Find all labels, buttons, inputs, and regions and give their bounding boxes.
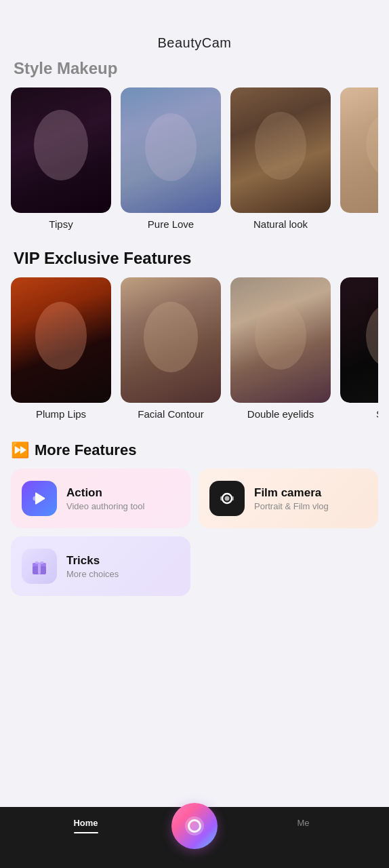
svg-point-4 xyxy=(35,302,87,370)
style-card-pu-img xyxy=(340,87,378,213)
nav-me-label: Me xyxy=(297,818,309,828)
more-features-label: More Features xyxy=(35,441,136,459)
svg-point-1 xyxy=(145,113,197,181)
svg-point-6 xyxy=(255,302,306,370)
camera-ring xyxy=(188,819,201,833)
feature-card-tricks[interactable]: Tricks More choices xyxy=(11,536,190,596)
nav-home-label: Home xyxy=(73,818,98,828)
vip-card-plump-lips[interactable]: Plump Lips xyxy=(11,277,111,420)
style-card-natural-look-label: Natural look xyxy=(253,218,308,230)
vip-scroll[interactable]: Plump Lips Facial Contour Double xyxy=(11,277,378,425)
app-title: BeautyCam xyxy=(158,35,232,50)
fast-forward-icon: ⏩ xyxy=(11,441,29,459)
style-card-natural-look[interactable]: Natural look xyxy=(230,87,331,230)
vip-card-facial-contour-img xyxy=(121,277,221,403)
svg-rect-15 xyxy=(38,563,41,574)
style-card-pu[interactable]: Pu xyxy=(340,87,378,230)
more-features-section: ⏩ More Features Action Video authoring t… xyxy=(0,433,389,604)
bottom-nav: Home Me xyxy=(0,807,389,868)
film-camera-subtitle: Portrait & Film vlog xyxy=(254,501,329,511)
film-camera-text: Film camera Portrait & Film vlog xyxy=(254,486,329,511)
vip-card-skin-t-img xyxy=(340,277,378,403)
svg-point-0 xyxy=(34,110,88,180)
action-icon xyxy=(22,481,57,516)
svg-point-10 xyxy=(225,496,230,501)
camera-inner xyxy=(185,816,204,835)
svg-point-2 xyxy=(255,112,306,180)
style-makeup-scroll[interactable]: Tipsy Pure Love Natural look xyxy=(11,87,378,235)
svg-point-3 xyxy=(366,112,378,177)
vip-card-double-eyelids-img xyxy=(230,277,331,403)
feature-card-action[interactable]: Action Video authoring tool xyxy=(11,469,190,528)
svg-rect-12 xyxy=(232,496,234,500)
feature-grid: Action Video authoring tool Film camera … xyxy=(11,469,378,596)
action-subtitle: Video authoring tool xyxy=(66,501,144,511)
action-text: Action Video authoring tool xyxy=(66,486,144,511)
vip-card-skin-t[interactable]: Skin T xyxy=(340,277,378,420)
vip-card-facial-contour-label: Facial Contour xyxy=(138,408,204,420)
vip-section-title: VIP Exclusive Features xyxy=(11,249,378,268)
tricks-icon xyxy=(22,549,57,584)
tricks-text: Tricks More choices xyxy=(66,554,119,579)
nav-home[interactable]: Home xyxy=(0,818,171,833)
nav-home-underline xyxy=(74,832,98,833)
svg-point-8 xyxy=(33,496,38,501)
style-card-natural-look-img xyxy=(230,87,331,213)
vip-card-plump-lips-label: Plump Lips xyxy=(36,408,86,420)
feature-card-film-camera[interactable]: Film camera Portrait & Film vlog xyxy=(199,469,378,528)
style-card-pure-love-label: Pure Love xyxy=(148,218,194,230)
film-camera-icon xyxy=(209,481,245,516)
svg-point-5 xyxy=(144,302,198,372)
vip-card-facial-contour[interactable]: Facial Contour xyxy=(121,277,221,420)
vip-card-double-eyelids[interactable]: Double eyelids xyxy=(230,277,331,420)
film-camera-title: Film camera xyxy=(254,486,329,500)
svg-rect-11 xyxy=(220,496,222,500)
tricks-subtitle: More choices xyxy=(66,569,119,579)
style-makeup-section: Style Makeup Tipsy Pure xyxy=(0,59,389,243)
app-header: BeautyCam xyxy=(0,0,389,59)
nav-camera-center[interactable] xyxy=(171,818,218,849)
tricks-title: Tricks xyxy=(66,554,119,568)
style-card-tipsy[interactable]: Tipsy xyxy=(11,87,111,230)
vip-section: VIP Exclusive Features Plump Lips xyxy=(0,243,389,433)
style-card-pure-love[interactable]: Pure Love xyxy=(121,87,221,230)
vip-card-skin-t-label: Skin T xyxy=(376,408,378,420)
camera-button[interactable] xyxy=(171,803,218,849)
style-card-pure-love-img xyxy=(121,87,221,213)
vip-card-double-eyelids-label: Double eyelids xyxy=(247,408,314,420)
vip-card-plump-lips-img xyxy=(11,277,111,403)
action-title: Action xyxy=(66,486,144,500)
style-card-tipsy-label: Tipsy xyxy=(49,218,73,230)
style-card-tipsy-img xyxy=(11,87,111,213)
svg-point-7 xyxy=(366,303,378,368)
style-makeup-title: Style Makeup xyxy=(11,59,378,78)
more-features-title: ⏩ More Features xyxy=(11,441,378,459)
nav-me[interactable]: Me xyxy=(218,818,389,828)
